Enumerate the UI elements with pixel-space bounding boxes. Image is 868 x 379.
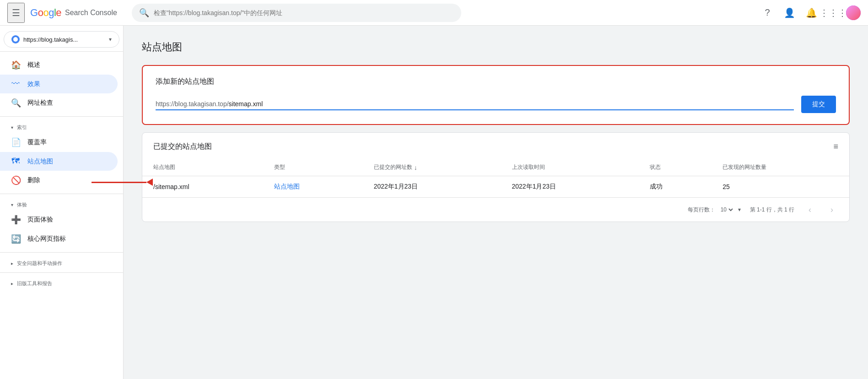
search-icon: 🔍 xyxy=(139,8,149,18)
sidebar-item-removal[interactable]: 🚫 删除 xyxy=(0,171,118,190)
sidebar-item-removal-label: 删除 xyxy=(27,176,40,184)
nav-section-security[interactable]: ▸ 安全问题和手动操作 xyxy=(0,256,123,269)
add-sitemap-title: 添加新的站点地图 xyxy=(156,77,836,87)
cell-submitted-count: 2022年1月23日 xyxy=(363,176,501,198)
cell-type: 站点地图 xyxy=(263,176,362,198)
filter-icon[interactable]: ≡ xyxy=(833,142,838,152)
rows-per-page: 每页行数： 10 25 50 ▾ xyxy=(688,206,741,214)
search-bar: 🔍 xyxy=(132,4,461,22)
search-small-icon: 🔍 xyxy=(11,98,20,108)
page-title: 站点地图 xyxy=(142,40,850,54)
experience-section-label: 体验 xyxy=(17,201,27,208)
table-row: /sitemap.xml 站点地图 2022年1月23日 2022年1月23日 … xyxy=(142,176,849,198)
coverage-icon: 📄 xyxy=(11,137,20,147)
sidebar: https://blog.takagis... ▾ 🏠 概述 〰 效果 🔍 网址… xyxy=(0,26,124,379)
submitted-sitemaps-card: 已提交的站点地图 ≡ 站点地图 类型 已提交的网址数 xyxy=(142,132,850,222)
account-management-icon[interactable]: 👤 xyxy=(780,4,798,22)
help-icon[interactable]: ? xyxy=(758,4,776,22)
card-header: 已提交的站点地图 ≡ xyxy=(142,133,849,159)
site-selector-text: https://blog.takagis... xyxy=(23,36,105,43)
sitemap-icon: 🗺 xyxy=(11,157,20,166)
cell-discovered-count: 25 xyxy=(712,176,849,198)
sidebar-item-core-web-vitals[interactable]: 🔄 核心网页指标 xyxy=(0,229,118,249)
nav-divider-legacy xyxy=(0,272,123,273)
col-type: 类型 xyxy=(263,159,362,176)
nav-divider-top xyxy=(0,51,123,52)
rows-per-page-label: 每页行数： xyxy=(688,206,715,214)
performance-icon: 〰 xyxy=(11,79,20,89)
nav-section-legacy[interactable]: ▸ 旧版工具和报告 xyxy=(0,276,123,289)
table-body: /sitemap.xml 站点地图 2022年1月23日 2022年1月23日 … xyxy=(142,176,849,198)
notifications-icon[interactable]: 🔔 xyxy=(802,4,820,22)
submitted-card-title: 已提交的站点地图 xyxy=(153,142,212,152)
search-input[interactable] xyxy=(154,9,454,16)
header-actions: ? 👤 🔔 ⋮⋮⋮ xyxy=(758,4,861,22)
table-header-row: 站点地图 类型 已提交的网址数 ↓ 上次读取时间 xyxy=(142,159,849,176)
col-discovered-count: 已发现的网址数量 xyxy=(712,159,849,176)
nav-divider-experience xyxy=(0,194,123,194)
menu-icon[interactable]: ☰ xyxy=(7,3,25,23)
index-arrow[interactable]: ▾ xyxy=(11,125,13,130)
rows-dropdown-arrow: ▾ xyxy=(738,206,741,213)
site-selector-arrow: ▾ xyxy=(109,36,112,43)
index-section-label: 索引 xyxy=(17,124,27,131)
cell-sitemap-path: /sitemap.xml xyxy=(142,176,263,198)
sitemap-path-input[interactable] xyxy=(229,100,794,108)
prev-page-button[interactable]: ‹ xyxy=(803,203,816,216)
legacy-arrow[interactable]: ▸ xyxy=(11,281,13,286)
nav-section-experience: ▾ 体验 xyxy=(0,198,123,210)
nav-divider-security xyxy=(0,252,123,253)
sitemap-url-prefix: https://blog.takagisan.top/ xyxy=(156,100,229,108)
sidebar-item-sitemap[interactable]: 🗺 站点地图 xyxy=(0,152,118,171)
sidebar-item-cwv-label: 核心网页指标 xyxy=(27,235,66,243)
site-selector[interactable]: https://blog.takagis... ▾ xyxy=(4,31,119,48)
removal-icon: 🚫 xyxy=(11,175,20,185)
table-footer: 每页行数： 10 25 50 ▾ 第 1-1 行，共 1 行 ‹ › xyxy=(142,197,849,222)
sidebar-item-overview[interactable]: 🏠 概述 xyxy=(0,55,118,75)
header: ☰ Google Search Console 🔍 ? 👤 🔔 ⋮⋮⋮ xyxy=(0,0,868,26)
main-content: 站点地图 添加新的站点地图 https://blog.takagisan.top… xyxy=(124,26,868,379)
add-sitemap-card: 添加新的站点地图 https://blog.takagisan.top/ 提交 xyxy=(142,65,850,125)
col-last-read: 上次读取时间 xyxy=(501,159,639,176)
sitemaps-table: 站点地图 类型 已提交的网址数 ↓ 上次读取时间 xyxy=(142,159,849,197)
col-submitted-count[interactable]: 已提交的网址数 ↓ xyxy=(363,159,501,176)
sidebar-item-performance-label: 效果 xyxy=(27,80,40,88)
sidebar-item-url-inspection[interactable]: 🔍 网址检查 xyxy=(0,93,118,113)
experience-arrow[interactable]: ▾ xyxy=(11,202,13,207)
next-page-button[interactable]: › xyxy=(825,203,838,216)
submit-button[interactable]: 提交 xyxy=(801,96,836,113)
rows-per-page-select[interactable]: 10 25 50 xyxy=(719,206,734,213)
sidebar-item-sitemap-label: 站点地图 xyxy=(27,157,53,166)
main-layout: https://blog.takagis... ▾ 🏠 概述 〰 效果 🔍 网址… xyxy=(0,26,868,379)
product-name: Search Console xyxy=(65,9,117,17)
avatar[interactable] xyxy=(846,5,861,20)
google-wordmark: Google xyxy=(30,7,61,19)
table-header: 站点地图 类型 已提交的网址数 ↓ 上次读取时间 xyxy=(142,159,849,176)
nav-section-index: ▾ 索引 xyxy=(0,120,123,133)
security-arrow[interactable]: ▸ xyxy=(11,261,13,266)
sidebar-item-url-label: 网址检查 xyxy=(27,99,53,107)
legacy-section-label: 旧版工具和报告 xyxy=(17,280,52,287)
security-section-label: 安全问题和手动操作 xyxy=(17,260,62,267)
sort-icon: ↓ xyxy=(414,164,417,171)
sidebar-item-page-exp-label: 页面体验 xyxy=(27,216,53,224)
sidebar-item-performance[interactable]: 〰 效果 xyxy=(0,75,118,93)
sidebar-item-page-experience[interactable]: ➕ 页面体验 xyxy=(0,210,118,229)
home-icon: 🏠 xyxy=(11,60,20,70)
sidebar-item-overview-label: 概述 xyxy=(27,61,40,69)
sitemap-input-row: https://blog.takagisan.top/ 提交 xyxy=(156,96,836,113)
page-experience-icon: ➕ xyxy=(11,215,20,225)
col-sitemap: 站点地图 xyxy=(142,159,263,176)
site-icon xyxy=(11,35,20,43)
sidebar-item-coverage[interactable]: 📄 覆盖率 xyxy=(0,133,118,152)
nav-divider-index xyxy=(0,116,123,117)
sidebar-item-coverage-label: 覆盖率 xyxy=(27,138,47,146)
sitemap-input-wrapper: https://blog.takagisan.top/ xyxy=(156,98,794,110)
avatar-image xyxy=(846,5,861,20)
cell-status: 成功 xyxy=(639,176,712,198)
col-status: 状态 xyxy=(639,159,712,176)
pagination-info: 第 1-1 行，共 1 行 xyxy=(750,206,794,214)
core-vitals-icon: 🔄 xyxy=(11,234,20,244)
cell-last-read: 2022年1月23日 xyxy=(501,176,639,198)
apps-icon[interactable]: ⋮⋮⋮ xyxy=(824,4,842,22)
